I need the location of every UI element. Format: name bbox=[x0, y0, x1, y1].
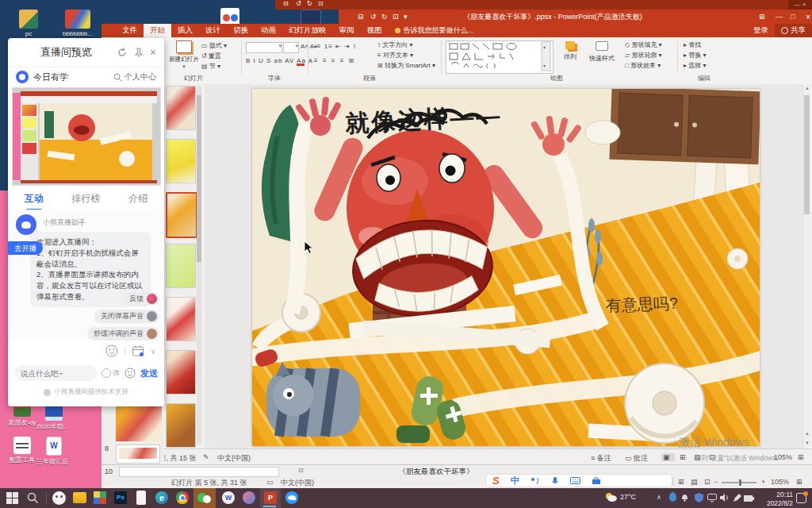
taskbar-edge[interactable]: e bbox=[155, 491, 168, 504]
redo-icon[interactable]: ↻ bbox=[307, 0, 312, 7]
comments-button[interactable]: ▭ 批注 bbox=[625, 453, 648, 464]
font-size-combobox[interactable]: ▾ bbox=[283, 42, 299, 53]
taskbar-photos[interactable] bbox=[94, 491, 106, 504]
tell-me-box[interactable]: 告诉我您想要做什么... bbox=[389, 24, 481, 37]
taskbar-photoshop[interactable]: Ps bbox=[114, 491, 127, 504]
tab-file[interactable]: 文件 bbox=[116, 24, 144, 37]
tab-leaderboard[interactable]: 排行榜 bbox=[60, 192, 113, 206]
chat-input[interactable] bbox=[14, 365, 97, 381]
zoom-out-button[interactable]: − bbox=[714, 478, 718, 486]
tab-design[interactable]: 设计 bbox=[199, 24, 227, 37]
taskbar-dingtalk[interactable] bbox=[285, 491, 298, 504]
start-button[interactable] bbox=[6, 492, 18, 506]
taskbar-search-button[interactable] bbox=[27, 492, 39, 506]
smiley-icon[interactable] bbox=[124, 368, 136, 379]
taskbar-explorer[interactable] bbox=[73, 492, 86, 503]
smartart-button[interactable]: ⊞ 转换为 SmartArt ▾ bbox=[377, 61, 435, 71]
tab-insert[interactable]: 插入 bbox=[171, 24, 199, 37]
reset-button[interactable]: ↺ 重置 bbox=[201, 52, 221, 61]
align-text-button[interactable]: ≡ 对齐文本 ▾ bbox=[377, 51, 413, 60]
save-icon[interactable]: ⊟ bbox=[358, 13, 364, 21]
font-color-indicator[interactable] bbox=[297, 64, 304, 66]
tab-transitions[interactable]: 切换 bbox=[227, 24, 255, 37]
desktop-icon-image-file[interactable]: bbbbbbb... bbox=[62, 10, 94, 37]
background-window-controls[interactable]: — × bbox=[788, 0, 812, 10]
slide-thumbnail[interactable] bbox=[166, 86, 196, 130]
shapes-gallery[interactable]: ▴ ▾ bbox=[446, 40, 553, 74]
section-button[interactable]: ▤ 节 ▾ bbox=[201, 62, 220, 71]
desktop-icon-word-doc[interactable]: W 三年级汇总.docx bbox=[36, 437, 71, 466]
tab-review[interactable]: 审阅 bbox=[333, 24, 361, 37]
toolbox-icon[interactable] bbox=[592, 476, 601, 485]
paragraph-list-buttons[interactable]: •≡ 1≡ ⇤ ⇥ ↕ bbox=[314, 42, 357, 52]
taskbar-avatar-app[interactable] bbox=[243, 491, 255, 504]
tab-view[interactable]: 视图 bbox=[361, 24, 389, 37]
fit-slide-icon[interactable]: ⊞ bbox=[798, 453, 804, 461]
tab-home[interactable]: 开始 bbox=[144, 24, 171, 37]
undo-icon[interactable]: ↺ bbox=[296, 0, 301, 7]
share-button[interactable]: 共享 bbox=[775, 24, 812, 37]
keyboard-icon[interactable] bbox=[570, 476, 580, 485]
screen-share-preview[interactable] bbox=[12, 87, 161, 186]
taskbar-clock[interactable]: 20:11 2022/8/2 bbox=[758, 491, 793, 507]
send-button[interactable]: 发送 bbox=[140, 368, 158, 379]
notes-button[interactable]: ≡ 备注 bbox=[591, 453, 611, 464]
thumbnail-art-fragment[interactable] bbox=[116, 406, 162, 441]
maximize-icon[interactable]: □ bbox=[791, 13, 795, 21]
shape-outline-button[interactable]: ▱ 形状轮廓 ▾ bbox=[625, 51, 662, 60]
undo-icon[interactable]: ↺ bbox=[370, 13, 377, 21]
slide-thumbnail-selected[interactable] bbox=[166, 192, 197, 238]
background-zoom-level[interactable]: 105% bbox=[771, 478, 789, 486]
sogou-input-bar[interactable]: S 中 bbox=[485, 474, 672, 487]
slide-thumbnail[interactable] bbox=[166, 297, 196, 341]
slide-thumbnail[interactable] bbox=[166, 350, 196, 394]
taskbar-chrome[interactable] bbox=[176, 491, 189, 504]
canvas-scrollbar[interactable]: ▲ ▲ ▼ bbox=[802, 84, 811, 448]
zoom-level[interactable]: 105% bbox=[774, 453, 792, 461]
sign-in-button[interactable]: 登录 bbox=[747, 24, 775, 37]
new-slide-button[interactable]: 新建幻灯片 ▾ bbox=[168, 40, 200, 70]
taskbar-assistant-app[interactable] bbox=[52, 491, 66, 505]
chip-soothing[interactable]: 舒缓冲调的声音 bbox=[87, 327, 159, 341]
scroll-down-icon[interactable]: ∨ bbox=[151, 347, 156, 356]
tab-intro[interactable]: 介绍 bbox=[112, 192, 164, 206]
tab-animations[interactable]: 动画 bbox=[255, 24, 282, 37]
taskbar-w-app[interactable]: W bbox=[222, 491, 235, 504]
pen-icon[interactable] bbox=[733, 494, 741, 502]
redo-icon[interactable]: ↻ bbox=[381, 13, 388, 21]
preview-titlebar[interactable]: 直播间预览 × bbox=[8, 38, 164, 67]
arrange-button[interactable]: 排列 bbox=[558, 41, 582, 62]
quick-styles-button[interactable]: 快速样式 bbox=[585, 41, 619, 64]
tab-slideshow[interactable]: 幻灯片放映 bbox=[282, 24, 333, 37]
go-live-tag[interactable]: 去开播 bbox=[8, 241, 43, 255]
thumbnails-scrollbar[interactable] bbox=[197, 86, 201, 444]
desktop-icon-config[interactable]: 配置工具 bbox=[6, 437, 38, 464]
punctuation-icon[interactable] bbox=[530, 476, 540, 486]
chip-mute-danmu[interactable]: 关闭弹幕声音 bbox=[94, 310, 159, 323]
desktop-icon-pc[interactable]: pc bbox=[13, 10, 44, 37]
tray-expand-icon[interactable]: ∧ bbox=[657, 494, 661, 501]
bell-icon[interactable] bbox=[680, 492, 689, 502]
present-icon[interactable]: ⊡ bbox=[318, 0, 324, 7]
background-fit-slide-icon[interactable]: ⊞ bbox=[796, 478, 802, 486]
taskbar-powerpoint-active[interactable]: P bbox=[260, 488, 281, 508]
tray-drop-icon[interactable] bbox=[669, 492, 676, 502]
pin-icon[interactable] bbox=[134, 47, 144, 58]
speaker-icon[interactable] bbox=[720, 494, 730, 502]
spellcheck-icon[interactable]: ✎ bbox=[203, 453, 209, 461]
profile-center-link[interactable]: 个人中心 bbox=[124, 71, 156, 83]
paragraph-align-buttons[interactable]: ≡ ≡ ≡ ≡ ⊞ bbox=[314, 56, 355, 66]
taskbar-document-app[interactable] bbox=[136, 491, 146, 505]
taskbar-weather[interactable]: 27°C bbox=[604, 491, 636, 502]
layout-button[interactable]: ▭ 版式 ▾ bbox=[201, 41, 227, 51]
chip-feedback[interactable]: 反馈 bbox=[123, 292, 159, 306]
tab-interaction[interactable]: 互动 bbox=[8, 192, 60, 206]
zoom-in-button[interactable]: + bbox=[761, 478, 765, 486]
ribbon-display-options-icon[interactable]: ⊞ bbox=[759, 13, 765, 21]
shape-fill-button[interactable]: ◇ 形状填充 ▾ bbox=[625, 40, 662, 50]
thumbnail-slot[interactable] bbox=[116, 444, 160, 464]
notification-icon[interactable] bbox=[796, 493, 806, 503]
chinese-mode-indicator[interactable]: 中 bbox=[511, 475, 519, 487]
notes-input-box[interactable] bbox=[119, 467, 279, 477]
slide[interactable]: 就像这样—— 有意思吗? bbox=[252, 89, 760, 446]
